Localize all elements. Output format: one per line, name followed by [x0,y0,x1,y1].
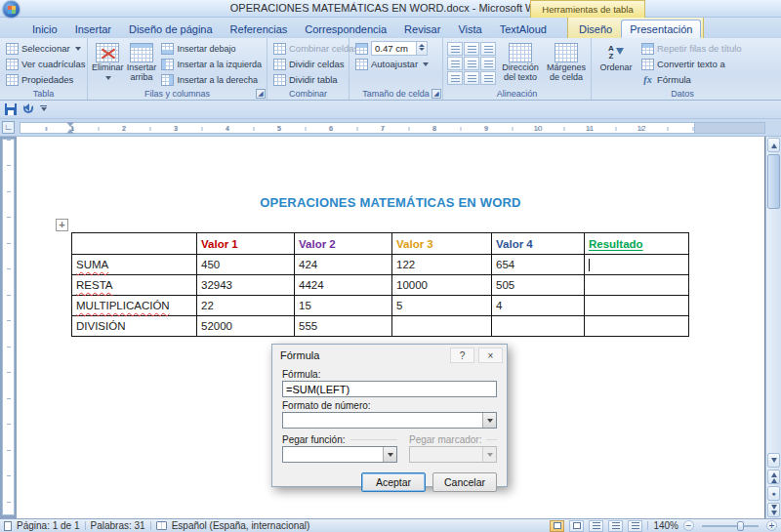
table-cell[interactable] [492,316,585,337]
tab-presentacion[interactable]: Presentación [621,20,701,38]
table-cell[interactable]: RESTA [72,275,197,296]
table-cell[interactable]: 4 [492,296,585,316]
zoom-out-button[interactable]: − [683,520,694,531]
table-cell[interactable]: 505 [492,275,585,296]
text-direction-button[interactable]: Dirección del texto [499,41,542,87]
number-format-select[interactable] [282,412,497,429]
zoom-level[interactable]: 140% [653,520,678,531]
spellcheck-icon[interactable] [156,521,167,530]
scroll-thumb[interactable] [767,154,780,209]
dialog-close-button[interactable]: × [478,348,503,363]
scroll-down-button[interactable] [767,453,780,468]
align-top-center-button[interactable] [464,42,479,56]
tab-revisar[interactable]: Revisar [395,20,449,38]
tab-selector-button[interactable]: ∟ [2,121,15,134]
delete-button[interactable]: Eliminar [92,41,124,87]
align-center-right-button[interactable] [480,57,496,70]
table-cell[interactable]: Valor 2 [295,233,392,255]
table-cell[interactable]: DIVISIÓN [72,316,197,337]
cancel-button[interactable]: Cancelar [432,472,497,492]
draft-view-button[interactable] [628,520,642,532]
accept-button[interactable]: Aceptar [361,472,426,492]
word-count[interactable]: Palabras: 31 [91,520,145,531]
tab-referencias[interactable]: Referencias [222,20,297,38]
table-cell[interactable]: Resultado [585,233,689,255]
table-cell[interactable] [585,296,689,316]
insert-below-button[interactable]: Insertar debajo [159,41,264,56]
tab-correspondencia[interactable]: Correspondencia [296,20,395,38]
document-heading[interactable]: OPERACIONES MATEMÁTICAS EN WORD [17,195,764,210]
table-cell[interactable]: 32943 [197,275,295,296]
dialog-launcher-tamano[interactable]: ◢ [432,89,441,99]
tab-vista[interactable]: Vista [449,20,490,38]
previous-page-button[interactable] [767,470,780,484]
table-cell[interactable]: 5 [392,296,492,316]
table-cell[interactable]: 4424 [295,275,392,296]
scroll-up-button[interactable] [767,138,780,152]
table-cell[interactable]: 450 [197,255,295,275]
language-indicator[interactable]: Español (España, internacional) [172,520,310,531]
table-cell[interactable] [585,255,689,275]
tab-diseno-tabla[interactable]: Diseño [570,20,621,38]
table-cell[interactable]: MULTIPLICACIÓN [72,296,197,316]
split-table-button[interactable]: Dividir tabla [271,72,360,87]
office-button[interactable] [3,1,20,18]
table-cell[interactable]: 52000 [197,316,295,337]
split-cells-button[interactable]: Dividir celdas [271,57,360,71]
align-top-right-button[interactable] [480,42,496,56]
repeat-header-rows-button[interactable]: Repetir filas de título [639,41,744,56]
insert-above-button[interactable]: Insertar arriba [127,41,157,87]
insert-right-button[interactable]: Insertar a la derecha [159,72,264,87]
cell-margins-button[interactable]: Márgenes de celda [545,41,588,87]
table-cell[interactable] [585,275,689,296]
table-cell[interactable]: 424 [295,255,392,275]
align-bottom-center-button[interactable] [464,71,479,85]
align-bottom-right-button[interactable] [480,71,496,85]
tab-inicio[interactable]: Inicio [23,20,66,38]
web-layout-view-button[interactable] [589,520,603,532]
table-cell[interactable]: 15 [295,296,392,316]
convert-to-text-button[interactable]: Convertir texto a [639,57,744,71]
merge-cells-button[interactable]: Combinar celdas [271,41,360,56]
table-cell[interactable]: Valor 1 [197,233,295,255]
select-table-button[interactable]: Seleccionar [4,41,87,56]
tab-textaloud[interactable]: TextAloud [491,20,555,38]
table-cell[interactable]: 22 [197,296,295,316]
table-cell[interactable] [72,233,197,255]
view-gridlines-button[interactable]: Ver cuadrículas [4,57,87,71]
dialog-launcher-filas[interactable]: ◢ [256,89,266,99]
vertical-ruler[interactable] [2,139,15,515]
save-icon[interactable] [5,103,17,115]
align-bottom-left-button[interactable] [447,71,463,85]
table-cell[interactable]: 122 [392,255,492,275]
vertical-scrollbar[interactable]: ● [765,137,781,518]
dropdown-button[interactable] [482,413,496,428]
align-center-left-button[interactable] [447,57,463,70]
undo-icon[interactable] [23,105,33,113]
tab-diseno-de-pagina[interactable]: Diseño de página [120,20,222,38]
formula-button[interactable]: fx Fórmula [639,72,744,87]
customize-quick-access-button[interactable] [40,105,47,114]
row-height-spinner[interactable]: 0.47 cm [371,41,428,56]
paste-function-select[interactable] [282,446,397,463]
table-cell[interactable] [392,316,492,337]
table-cell[interactable] [585,316,689,337]
spinner-steppers[interactable] [416,42,427,55]
insert-left-button[interactable]: Insertar a la izquierda [159,57,264,71]
zoom-in-button[interactable]: + [766,520,777,531]
table-cell[interactable]: 654 [492,255,585,275]
fullscreen-view-button[interactable] [569,520,584,532]
autofit-button[interactable]: Autoajustar [353,57,431,71]
formula-input[interactable] [282,381,497,397]
table-cell[interactable]: SUMA [72,255,197,275]
table-properties-button[interactable]: Propiedades [4,72,87,87]
table-move-handle[interactable]: + [56,219,68,231]
outline-view-button[interactable] [608,520,623,532]
left-indent-marker[interactable] [66,125,74,134]
table-cell[interactable]: Valor 4 [492,233,585,255]
select-browse-object-button[interactable]: ● [767,486,780,501]
table-cell[interactable]: 10000 [392,275,492,296]
zoom-slider[interactable] [702,525,759,527]
tab-insertar[interactable]: Insertar [66,20,120,38]
align-top-left-button[interactable] [447,42,463,56]
